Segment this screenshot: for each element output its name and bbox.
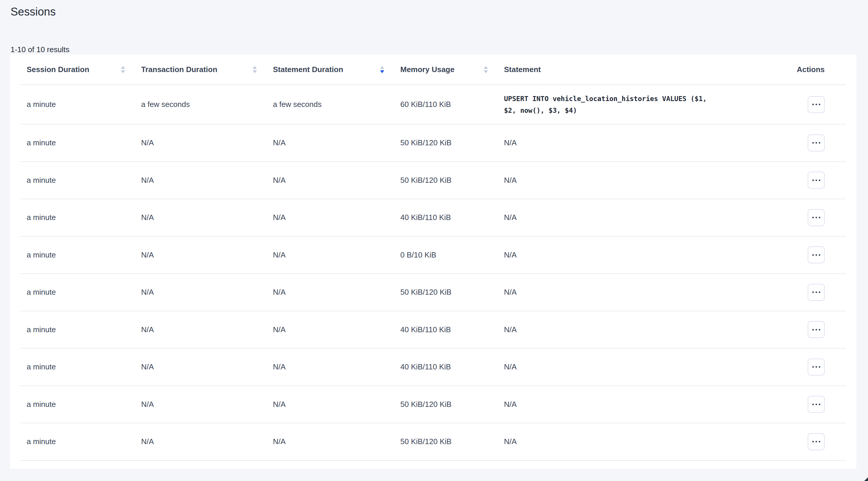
- row-actions-button[interactable]: [808, 284, 825, 301]
- cell-memory-usage: 50 KiB/120 KiB: [400, 176, 504, 185]
- cell-actions: [789, 96, 846, 113]
- row-actions-button[interactable]: [808, 321, 825, 338]
- cell-memory-usage: 50 KiB/120 KiB: [400, 138, 504, 147]
- ellipsis-icon: [812, 104, 820, 105]
- sort-arrows-icon: [484, 66, 488, 73]
- cell-memory-usage: 50 KiB/120 KiB: [400, 400, 504, 409]
- row-actions-button[interactable]: [808, 96, 825, 113]
- cell-memory-usage: 40 KiB/110 KiB: [400, 362, 504, 371]
- sort-arrows-icon: [253, 66, 257, 73]
- cell-transaction-duration: N/A: [141, 400, 273, 409]
- cell-statement-duration: N/A: [273, 437, 400, 446]
- column-header-actions: Actions: [789, 65, 846, 74]
- table-body: a minute a few seconds a few seconds 60 …: [21, 85, 846, 461]
- cell-statement: N/A: [504, 250, 789, 260]
- column-header-session-duration[interactable]: Session Duration: [21, 65, 141, 74]
- cell-session-duration: a minute: [21, 213, 141, 222]
- cell-statement: N/A: [504, 288, 789, 297]
- cell-actions: [789, 284, 846, 301]
- column-label: Statement: [504, 65, 541, 74]
- sessions-table-card: Session Duration Transaction Duration St…: [10, 55, 856, 469]
- page-title: Sessions: [10, 3, 856, 20]
- cell-statement-duration: N/A: [273, 325, 400, 334]
- cell-session-duration: a minute: [21, 362, 141, 371]
- cell-actions: [789, 209, 846, 226]
- table-row: a minute N/A N/A 50 KiB/120 KiB N/A: [21, 124, 846, 162]
- table-header-row: Session Duration Transaction Duration St…: [21, 55, 846, 85]
- cell-statement: N/A: [504, 213, 789, 222]
- cell-actions: [789, 172, 846, 189]
- cell-transaction-duration: N/A: [141, 138, 273, 147]
- ellipsis-icon: [812, 441, 820, 442]
- cell-statement-duration: N/A: [273, 213, 400, 222]
- ellipsis-icon: [812, 329, 820, 330]
- cell-statement: N/A: [504, 437, 789, 446]
- cell-actions: [789, 359, 846, 375]
- cell-statement: N/A: [504, 362, 789, 371]
- row-actions-button[interactable]: [808, 134, 825, 151]
- cell-statement-duration: N/A: [273, 288, 400, 297]
- statement-text: N/A: [504, 325, 517, 334]
- column-header-memory-usage[interactable]: Memory Usage: [400, 65, 504, 74]
- cell-transaction-duration: N/A: [141, 362, 273, 371]
- cell-statement-duration: N/A: [273, 250, 400, 260]
- row-actions-button[interactable]: [808, 359, 825, 375]
- sessions-page: Sessions 1-10 of 10 results Session Dura…: [0, 0, 868, 481]
- column-header-transaction-duration[interactable]: Transaction Duration: [141, 65, 273, 74]
- statement-text: N/A: [504, 250, 517, 259]
- ellipsis-icon: [812, 292, 820, 293]
- cell-transaction-duration: N/A: [141, 213, 273, 222]
- cell-session-duration: a minute: [21, 138, 141, 147]
- cell-transaction-duration: N/A: [141, 437, 273, 446]
- ellipsis-icon: [812, 180, 820, 181]
- cell-transaction-duration: N/A: [141, 325, 273, 334]
- sql-statement-text: UPSERT INTO vehicle_location_histories V…: [504, 93, 715, 116]
- row-actions-button[interactable]: [808, 433, 825, 450]
- cell-transaction-duration: a few seconds: [141, 100, 273, 109]
- cell-session-duration: a minute: [21, 437, 141, 446]
- cell-statement: N/A: [504, 176, 789, 185]
- table-row: a minute N/A N/A 50 KiB/120 KiB N/A: [21, 162, 846, 200]
- cell-memory-usage: 50 KiB/120 KiB: [400, 288, 504, 297]
- cell-actions: [789, 433, 846, 450]
- cell-session-duration: a minute: [21, 250, 141, 260]
- ellipsis-icon: [812, 142, 820, 144]
- table-row: a minute N/A N/A 40 KiB/110 KiB N/A: [21, 311, 846, 349]
- column-label: Actions: [797, 65, 825, 74]
- table-row: a minute N/A N/A 50 KiB/120 KiB N/A: [21, 274, 846, 311]
- table-row: a minute N/A N/A 50 KiB/120 KiB N/A: [21, 423, 846, 461]
- cell-statement: N/A: [504, 325, 789, 334]
- statement-text: N/A: [504, 362, 517, 371]
- cell-session-duration: a minute: [21, 325, 141, 334]
- results-summary: 1-10 of 10 results: [10, 45, 856, 55]
- cell-statement-duration: a few seconds: [273, 100, 400, 109]
- sort-arrows-icon-active-desc: [380, 66, 384, 73]
- row-actions-button[interactable]: [808, 172, 825, 189]
- table-row: a minute N/A N/A 40 KiB/110 KiB N/A: [21, 349, 846, 386]
- column-header-statement-duration[interactable]: Statement Duration: [273, 65, 400, 74]
- column-label: Transaction Duration: [141, 65, 217, 74]
- row-actions-button[interactable]: [808, 396, 825, 413]
- column-label: Statement Duration: [273, 65, 343, 74]
- table-row: a minute a few seconds a few seconds 60 …: [21, 85, 846, 124]
- statement-text: N/A: [504, 176, 517, 185]
- row-actions-button[interactable]: [808, 209, 825, 226]
- statement-text: N/A: [504, 288, 517, 296]
- cell-memory-usage: 40 KiB/110 KiB: [400, 325, 504, 334]
- column-label: Memory Usage: [400, 65, 455, 74]
- table-row: a minute N/A N/A 0 B/10 KiB N/A: [21, 237, 846, 274]
- ellipsis-icon: [812, 404, 820, 405]
- table-row: a minute N/A N/A 50 KiB/120 KiB N/A: [21, 386, 846, 424]
- cell-transaction-duration: N/A: [141, 288, 273, 297]
- resize-corner-notch: [864, 477, 868, 481]
- cell-statement-duration: N/A: [273, 138, 400, 147]
- cell-memory-usage: 60 KiB/110 KiB: [400, 100, 504, 109]
- statement-text: N/A: [504, 400, 517, 409]
- row-actions-button[interactable]: [808, 246, 825, 263]
- cell-statement-duration: N/A: [273, 362, 400, 371]
- column-header-statement: Statement: [504, 65, 789, 74]
- cell-memory-usage: 50 KiB/120 KiB: [400, 437, 504, 446]
- cell-statement-duration: N/A: [273, 400, 400, 409]
- cell-session-duration: a minute: [21, 400, 141, 409]
- cell-actions: [789, 396, 846, 413]
